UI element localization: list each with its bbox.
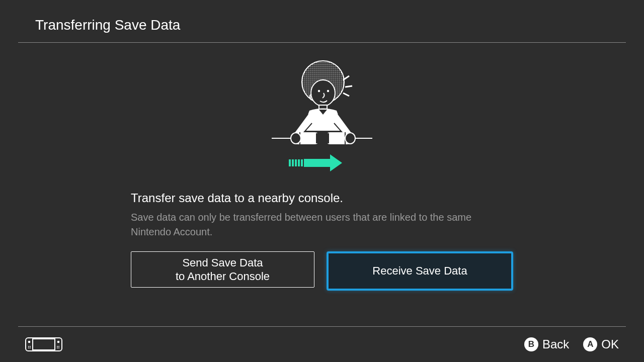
button-hints: B Back A OK <box>524 337 619 351</box>
svg-point-31 <box>28 346 29 347</box>
svg-point-37 <box>57 347 58 348</box>
svg-rect-27 <box>26 338 62 351</box>
svg-point-30 <box>57 341 60 343</box>
svg-line-8 <box>343 93 349 96</box>
svg-rect-24 <box>301 159 303 166</box>
sub-text: Save data can only be transferred betwee… <box>131 210 513 239</box>
page-title: Transferring Save Data <box>35 17 644 33</box>
svg-point-19 <box>345 133 355 144</box>
svg-point-33 <box>28 347 29 348</box>
svg-point-4 <box>318 90 320 92</box>
svg-rect-22 <box>295 159 297 166</box>
a-button-icon: A <box>583 337 597 351</box>
svg-rect-23 <box>298 159 300 166</box>
header: Transferring Save Data <box>0 0 644 42</box>
svg-point-38 <box>58 347 59 348</box>
description-block: Transfer save data to a nearby console. … <box>131 191 513 239</box>
option-buttons: Send Save Data to Another Console Receiv… <box>131 251 513 291</box>
back-label: Back <box>542 337 569 351</box>
ok-hint[interactable]: A OK <box>583 337 619 351</box>
svg-point-32 <box>30 346 31 347</box>
svg-point-29 <box>28 341 31 343</box>
svg-point-36 <box>58 346 59 347</box>
receive-save-data-button[interactable]: Receive Save Data <box>327 251 513 291</box>
transfer-illustration <box>272 58 372 176</box>
send-save-data-button[interactable]: Send Save Data to Another Console <box>131 251 314 288</box>
svg-rect-25 <box>304 159 330 167</box>
controller-icon <box>25 336 62 352</box>
svg-marker-26 <box>330 154 342 171</box>
back-hint[interactable]: B Back <box>524 337 569 351</box>
svg-rect-20 <box>289 159 291 166</box>
ok-label: OK <box>601 337 619 351</box>
svg-point-35 <box>57 346 58 347</box>
svg-rect-13 <box>316 133 319 143</box>
svg-point-5 <box>327 90 329 92</box>
b-button-icon: B <box>524 337 538 351</box>
transfer-arrow-icon <box>289 154 342 171</box>
svg-point-34 <box>30 347 31 348</box>
headline-text: Transfer save data to a nearby console. <box>131 191 513 205</box>
main-content: Transfer save data to a nearby console. … <box>0 43 644 291</box>
footer: B Back A OK <box>0 327 644 362</box>
svg-rect-28 <box>33 339 55 350</box>
svg-line-7 <box>345 86 352 87</box>
svg-rect-21 <box>292 159 294 166</box>
svg-rect-16 <box>326 133 329 143</box>
svg-point-18 <box>291 133 301 144</box>
